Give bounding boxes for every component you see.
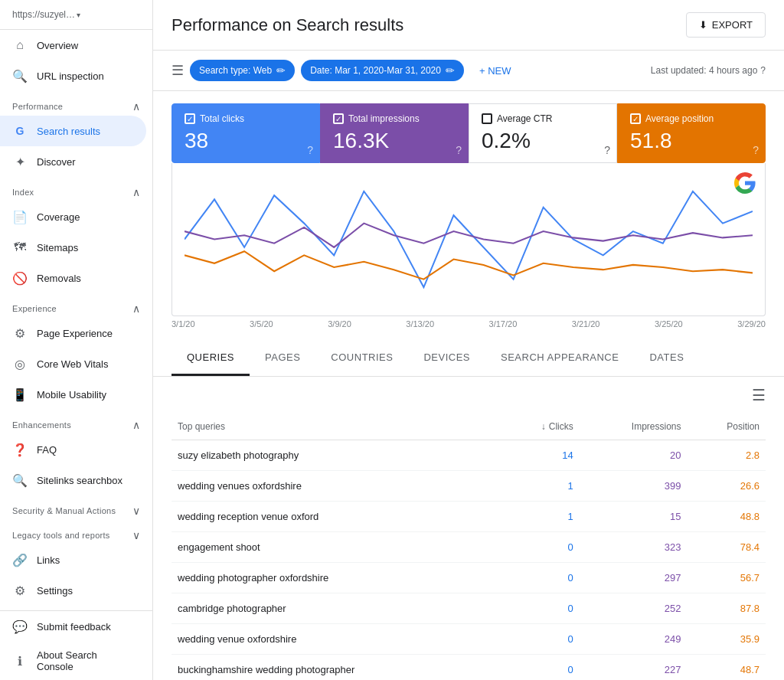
ctr-label: Average CTR: [497, 113, 552, 124]
cell-impressions-2: 15: [580, 502, 688, 532]
sidebar-item-links[interactable]: 🔗 Links: [0, 544, 146, 575]
table-body: suzy elizabeth photography 14 20 2.8 wed…: [172, 440, 766, 681]
info-icon: ℹ: [12, 653, 28, 669]
clicks-label: Total clicks: [200, 113, 244, 124]
table-row[interactable]: wedding photographer oxfordshire 0 297 5…: [172, 563, 766, 593]
tab-queries-label: QUERIES: [187, 351, 234, 363]
performance-section-header: Performance ∧: [0, 91, 152, 116]
ctr-help-icon: ?: [604, 144, 610, 156]
metric-card-clicks[interactable]: Total clicks 38 ?: [172, 103, 320, 163]
cell-position-2: 48.8: [688, 502, 766, 532]
position-label: Average position: [645, 113, 714, 124]
sidebar-label-overview: Overview: [37, 40, 78, 51]
cell-clicks-3: 0: [502, 532, 580, 563]
sidebar-item-about[interactable]: ℹ About Search Console: [0, 642, 146, 680]
export-button[interactable]: ⬇ EXPORT: [686, 12, 766, 38]
enhancements-section-header: Enhancements ∧: [0, 410, 152, 434]
header-position[interactable]: Position: [688, 414, 766, 440]
sidebar-item-url-inspection[interactable]: 🔍 URL inspection: [0, 60, 146, 91]
search-type-chip[interactable]: Search type: Web ✏: [190, 60, 295, 81]
impressions-help-icon: ?: [456, 144, 462, 156]
edit-icon-2: ✏: [446, 64, 455, 77]
sidebar-item-page-experience[interactable]: ⚙ Page Experience: [0, 318, 146, 348]
performance-toggle[interactable]: ∧: [132, 100, 140, 113]
clicks-help-icon: ?: [307, 144, 313, 156]
sidebar-label-faq: FAQ: [37, 444, 57, 456]
new-filter-button[interactable]: + NEW: [470, 60, 521, 81]
table-row[interactable]: wedding venues oxfordshire 1 399 26.6: [172, 471, 766, 502]
clicks-checkbox[interactable]: [185, 113, 195, 124]
header-impressions[interactable]: Impressions: [580, 414, 688, 440]
metric-card-position[interactable]: Average position 51.8 ?: [617, 103, 766, 163]
experience-toggle[interactable]: ∧: [132, 302, 140, 315]
table-row[interactable]: engagement shoot 0 323 78.4: [172, 532, 766, 563]
index-toggle[interactable]: ∧: [132, 186, 140, 198]
table-row[interactable]: wedding venue oxfordshire 0 249 35.9: [172, 624, 766, 655]
sidebar-item-discover[interactable]: ✦ Discover: [0, 146, 146, 177]
sidebar-item-settings[interactable]: ⚙ Settings: [0, 575, 146, 606]
sidebar-bottom: 💬 Submit feedback ℹ About Search Console: [0, 610, 152, 680]
sidebar-item-faq[interactable]: ❓ FAQ: [0, 434, 146, 465]
cell-position-5: 87.8: [688, 593, 766, 624]
legacy-section-header[interactable]: Legacy tools and reports ∨: [0, 520, 152, 544]
position-checkbox[interactable]: [630, 113, 641, 124]
removals-icon: 🚫: [12, 270, 28, 286]
tab-devices[interactable]: DEVICES: [408, 341, 485, 376]
sidebar-label-url-inspection: URL inspection: [37, 70, 104, 82]
metrics-row: Total clicks 38 ? Total impressions 16.3…: [153, 91, 784, 163]
queries-table: Top queries ↓ Clicks Impressions Positio…: [172, 414, 766, 680]
mobile-icon: 📱: [12, 387, 28, 402]
date-label: Date: Mar 1, 2020-Mar 31, 2020: [310, 65, 441, 76]
edit-icon: ✏: [276, 64, 286, 77]
security-toggle[interactable]: ∨: [132, 505, 140, 517]
page-experience-icon: ⚙: [12, 325, 28, 341]
cell-query-6: wedding venue oxfordshire: [172, 624, 502, 655]
sidebar-label-sitemaps: Sitemaps: [37, 242, 78, 253]
cell-query-1: wedding venues oxfordshire: [172, 471, 502, 502]
sidebar-item-submit-feedback[interactable]: 💬 Submit feedback: [0, 611, 146, 642]
sidebar-item-coverage[interactable]: 📄 Coverage: [0, 201, 146, 232]
sidebar: https://suzyelizabethphotogr... ▾ ⌂ Over…: [0, 0, 153, 680]
tab-countries[interactable]: COUNTRIES: [315, 341, 408, 376]
header-query: Top queries: [172, 414, 502, 440]
tab-countries-label: COUNTRIES: [331, 351, 393, 363]
date-chip[interactable]: Date: Mar 1, 2020-Mar 31, 2020 ✏: [301, 60, 464, 81]
x-label-6: 3/25/20: [655, 319, 683, 329]
table-row[interactable]: suzy elizabeth photography 14 20 2.8: [172, 440, 766, 471]
page-title: Performance on Search results: [172, 15, 403, 35]
impressions-checkbox[interactable]: [333, 113, 344, 124]
sidebar-item-removals[interactable]: 🚫 Removals: [0, 263, 146, 293]
table-row[interactable]: buckinghamshire wedding photographer 0 2…: [172, 655, 766, 681]
table-filter-icon[interactable]: ☰: [752, 386, 766, 404]
security-section-header[interactable]: Security & Manual Actions ∨: [0, 495, 152, 520]
last-updated-text: Last updated: 4 hours ago: [651, 65, 757, 76]
metric-card-impressions[interactable]: Total impressions 16.3K ?: [320, 103, 469, 163]
sidebar-item-sitemaps[interactable]: 🗺 Sitemaps: [0, 232, 146, 263]
sidebar-label-coverage: Coverage: [37, 211, 80, 223]
core-web-vitals-icon: ◎: [12, 356, 28, 371]
cell-clicks-7: 0: [502, 655, 580, 681]
new-label: + NEW: [479, 65, 511, 77]
header-clicks[interactable]: ↓ Clicks: [502, 414, 580, 440]
ctr-checkbox[interactable]: [482, 113, 492, 124]
legacy-toggle[interactable]: ∨: [132, 529, 140, 541]
sidebar-item-overview[interactable]: ⌂ Overview: [0, 30, 146, 60]
sitelinks-icon: 🔍: [12, 472, 28, 488]
tab-pages[interactable]: PAGES: [250, 341, 315, 376]
coverage-icon: 📄: [12, 209, 28, 224]
sidebar-item-search-results[interactable]: G Search results: [0, 116, 146, 146]
tab-queries[interactable]: QUERIES: [172, 341, 250, 376]
faq-icon: ❓: [12, 442, 28, 457]
chart-container: 3/1/20 3/5/20 3/9/20 3/13/20 3/17/20 3/2…: [153, 163, 784, 341]
cell-position-3: 78.4: [688, 532, 766, 563]
site-selector[interactable]: https://suzyelizabethphotogr... ▾: [0, 0, 152, 30]
tab-search-appearance[interactable]: SEARCH APPEARANCE: [485, 341, 634, 376]
enhancements-toggle[interactable]: ∧: [132, 419, 140, 431]
sidebar-item-mobile-usability[interactable]: 📱 Mobile Usability: [0, 379, 146, 410]
table-row[interactable]: wedding reception venue oxford 1 15 48.8: [172, 502, 766, 532]
sidebar-item-sitelinks-searchbox[interactable]: 🔍 Sitelinks searchbox: [0, 465, 146, 495]
metric-card-ctr[interactable]: Average CTR 0.2% ?: [469, 103, 617, 163]
table-row[interactable]: cambridge photographer 0 252 87.8: [172, 593, 766, 624]
tab-dates[interactable]: DATES: [634, 341, 699, 376]
sidebar-item-core-web-vitals[interactable]: ◎ Core Web Vitals: [0, 348, 146, 379]
